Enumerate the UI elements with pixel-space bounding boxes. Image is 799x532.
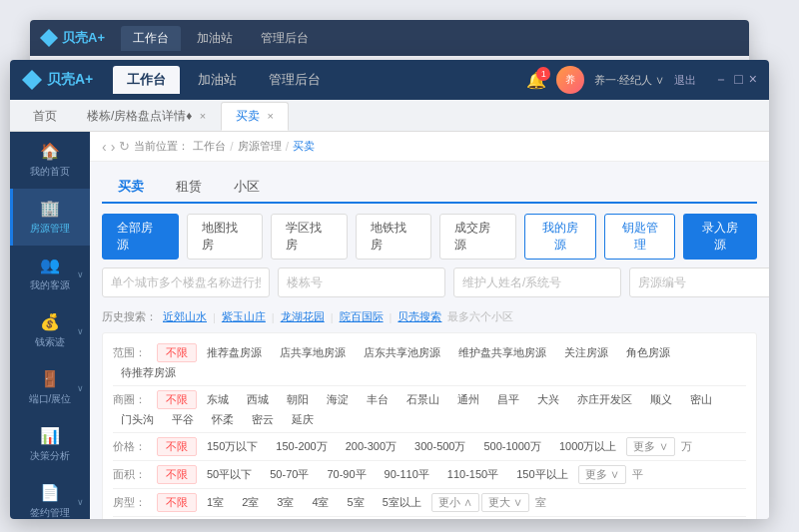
room-tag-3[interactable]: 4室: [304, 494, 337, 511]
filter-action-buttons: 我的房源 钥匙管理 录入房源: [524, 214, 757, 260]
tab-sale[interactable]: 买卖 ×: [221, 102, 289, 131]
maximize-button[interactable]: □: [734, 71, 742, 89]
filter-map[interactable]: 地图找房: [187, 214, 264, 260]
room-tag-2[interactable]: 3室: [269, 494, 302, 511]
room-tag-1[interactable]: 2室: [234, 494, 267, 511]
price-tag-4[interactable]: 500-1000万: [475, 438, 549, 455]
area-tag-3[interactable]: 海淀: [319, 391, 357, 408]
sidebar-item-contract[interactable]: 📄 签约管理 ∨: [10, 473, 90, 519]
room-not-limit[interactable]: 不限: [157, 493, 197, 512]
sidebar-item-money[interactable]: 💰 钱索迹 ∨: [10, 302, 90, 359]
nav-worktable[interactable]: 工作台: [113, 66, 180, 94]
area-tag-1[interactable]: 西城: [239, 391, 277, 408]
nav-admin[interactable]: 管理后台: [255, 66, 335, 94]
quick-loc-2[interactable]: 紫玉山庄: [222, 309, 266, 324]
area-tag-14[interactable]: 怀柔: [204, 411, 242, 428]
area-tag-5[interactable]: 石景山: [399, 391, 447, 408]
sidebar-item-home[interactable]: 🏠 我的首页: [10, 132, 90, 189]
logout-button[interactable]: 退出: [674, 73, 696, 88]
tab-building-close[interactable]: ×: [200, 110, 206, 122]
breadcrumb-worktable[interactable]: 工作台: [193, 139, 226, 154]
ba-tag-1[interactable]: 50-70平: [262, 466, 317, 483]
forward-button[interactable]: ›: [111, 139, 116, 155]
tab-building[interactable]: 楼栋/房格盘点详情♦ ×: [72, 102, 221, 131]
key-mgmt-button[interactable]: 钥匙管理: [604, 214, 676, 260]
breadcrumb-current: 买卖: [293, 139, 315, 154]
breadcrumb-house-mgmt[interactable]: 房源管理: [238, 139, 282, 154]
price-tag-5[interactable]: 1000万以上: [551, 438, 624, 455]
filter-all-houses[interactable]: 全部房源: [102, 214, 179, 260]
back-button[interactable]: ‹: [102, 139, 107, 155]
range-tag-3[interactable]: 维护盘共享地房源: [450, 344, 554, 361]
area-tag-9[interactable]: 亦庄开发区: [569, 391, 640, 408]
ba-tag-5[interactable]: 150平以上: [508, 466, 575, 483]
tab-sale[interactable]: 买卖: [102, 172, 160, 204]
notification-bell-icon[interactable]: 🔔 1: [526, 71, 546, 90]
sidebar-item-house-mgmt[interactable]: 🏢 房源管理: [10, 189, 90, 246]
ba-tag-4[interactable]: 110-150平: [439, 466, 506, 483]
enter-house-button[interactable]: 录入房源: [683, 214, 757, 260]
room-tag-0[interactable]: 1室: [199, 494, 232, 511]
quick-loc-3[interactable]: 龙湖花园: [281, 309, 325, 324]
room-tag-5[interactable]: 5室以上: [375, 494, 429, 511]
ba-tag-3[interactable]: 90-110平: [377, 466, 437, 483]
area-tag-11[interactable]: 密山: [682, 391, 720, 408]
quick-loc-1[interactable]: 近郊山水: [163, 309, 207, 324]
area-tag-6[interactable]: 通州: [449, 391, 487, 408]
area-not-limit[interactable]: 不限: [157, 390, 197, 409]
room-tag-4[interactable]: 5室: [340, 494, 373, 511]
floor-search-input[interactable]: [278, 267, 445, 297]
range-tag-1[interactable]: 店共享地房源: [272, 344, 354, 361]
tab-home[interactable]: 首页: [18, 102, 72, 131]
area-tag-2[interactable]: 朝阳: [279, 391, 317, 408]
range-not-limit[interactable]: 不限: [157, 343, 197, 362]
area-tag-7[interactable]: 昌平: [489, 391, 527, 408]
refresh-button[interactable]: ↻: [119, 139, 130, 154]
area-tag-16[interactable]: 延庆: [284, 411, 322, 428]
filter-sold[interactable]: 成交房源: [439, 214, 516, 260]
building-area-not-limit[interactable]: 不限: [157, 465, 197, 484]
quick-loc-5[interactable]: 贝壳搜索: [398, 309, 441, 324]
range-tag-0[interactable]: 推荐盘房源: [199, 344, 270, 361]
price-not-limit[interactable]: 不限: [157, 437, 197, 456]
area-tag-4[interactable]: 丰台: [359, 391, 397, 408]
filter-metro[interactable]: 地铁找房: [356, 214, 432, 260]
price-tag-3[interactable]: 300-500万: [406, 438, 473, 455]
minimize-button[interactable]: －: [714, 71, 728, 89]
range-tag-2[interactable]: 店东共享池房源: [356, 344, 448, 361]
range-tag-4[interactable]: 关注房源: [556, 344, 616, 361]
my-houses-button[interactable]: 我的房源: [524, 214, 596, 260]
ba-tag-0[interactable]: 50平以下: [199, 466, 260, 483]
sidebar-item-analytics[interactable]: 📊 决策分析: [10, 416, 90, 473]
source-search-input[interactable]: [629, 267, 769, 297]
tab-rent[interactable]: 租赁: [160, 172, 218, 204]
user-info: 养一·经纪人 ∨: [594, 73, 664, 88]
room-more-small-btn[interactable]: 更小 ∧: [431, 493, 479, 512]
ba-more-button[interactable]: 更多 ∨: [578, 465, 626, 484]
quick-loc-4[interactable]: 院百国际: [340, 309, 384, 324]
price-tag-2[interactable]: 200-300万: [338, 438, 404, 455]
tab-community[interactable]: 小区: [218, 172, 276, 204]
city-search-input[interactable]: [102, 267, 270, 297]
area-tag-13[interactable]: 平谷: [164, 411, 202, 428]
price-more-button[interactable]: 更多 ∨: [626, 437, 674, 456]
area-tag-15[interactable]: 密云: [244, 411, 282, 428]
area-tag-10[interactable]: 顺义: [642, 391, 680, 408]
room-more-large-btn[interactable]: 更大 ∨: [481, 493, 529, 512]
sidebar-item-clients[interactable]: 👥 我的客源 ∨: [10, 246, 90, 302]
ba-tag-2[interactable]: 70-90平: [319, 466, 374, 483]
tab-sale-close[interactable]: ×: [268, 110, 274, 122]
price-tag-1[interactable]: 150-200万: [268, 438, 335, 455]
price-tag-0[interactable]: 150万以下: [199, 438, 266, 455]
sidebar-item-portal[interactable]: 🚪 端口/展位 ∨: [10, 359, 90, 416]
area-tag-0[interactable]: 东城: [199, 391, 237, 408]
area-tag-8[interactable]: 大兴: [529, 391, 567, 408]
area-tag-12[interactable]: 门头沟: [113, 411, 162, 428]
filter-school[interactable]: 学区找房: [271, 214, 348, 260]
range-tag-6[interactable]: 待推荐房源: [113, 364, 184, 381]
range-tag-5[interactable]: 角色房源: [618, 344, 678, 361]
close-button[interactable]: ×: [749, 71, 757, 89]
manager-search-input[interactable]: [453, 267, 621, 297]
area-filter-row: 商圈： 不限 东城 西城 朝阳 海淀 丰台 石景山 通州 昌平 大兴 亦庄开发区…: [113, 386, 746, 433]
nav-fuel[interactable]: 加油站: [184, 66, 251, 94]
